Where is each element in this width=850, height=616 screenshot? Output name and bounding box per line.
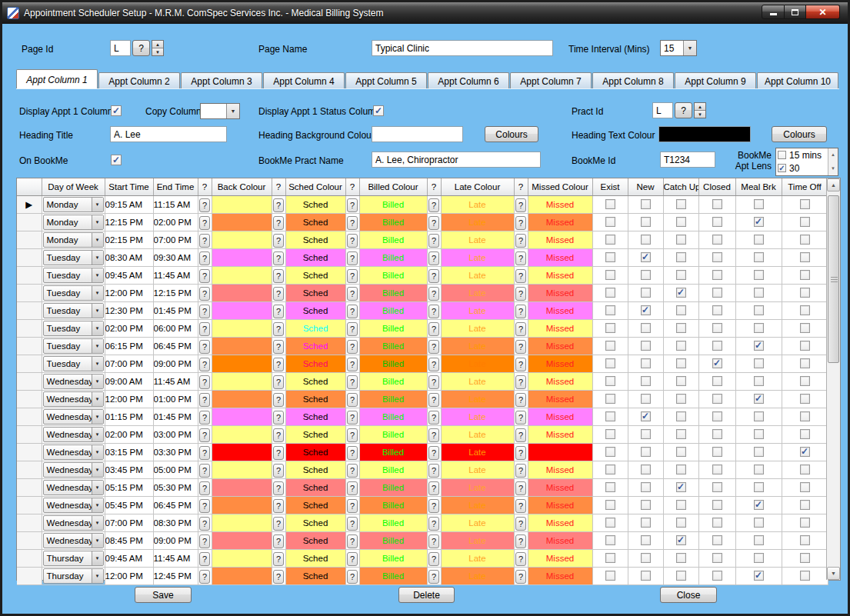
time-off-checkbox[interactable] (800, 394, 810, 404)
colour-help-button[interactable]: ? (515, 570, 526, 584)
exist-checkbox[interactable] (605, 535, 615, 545)
meal-brk-checkbox[interactable] (754, 518, 764, 528)
new-checkbox[interactable] (641, 482, 651, 492)
display-appt-status-checkbox[interactable]: ✓ (373, 105, 384, 116)
time-off-checkbox[interactable]: ✓ (800, 447, 810, 457)
save-button[interactable]: Save (135, 587, 192, 603)
back-colour-cell[interactable] (212, 266, 272, 284)
apt-lens-checkbox[interactable] (778, 151, 786, 159)
sched-colour-cell[interactable]: Sched (285, 372, 345, 390)
row-selector-cell[interactable] (17, 337, 42, 355)
pract-id-input[interactable] (652, 102, 673, 118)
back-colour-cell[interactable] (212, 461, 272, 478)
colour-help-button[interactable]: ? (428, 570, 439, 584)
chevron-down-icon[interactable]: ▼ (92, 392, 103, 406)
colour-help-button[interactable]: ? (515, 534, 526, 548)
late-colour-cell[interactable]: Late (441, 390, 514, 408)
end-time-cell[interactable]: 06:45 PM (153, 337, 198, 355)
column-header-closed[interactable]: Closed (698, 178, 735, 195)
time-off-checkbox[interactable] (800, 553, 810, 563)
bookme-pract-name-input[interactable] (372, 152, 541, 168)
tab-appt-column-8[interactable]: Appt Column 8 (592, 72, 674, 89)
exist-checkbox[interactable] (605, 429, 615, 439)
exist-checkbox[interactable] (605, 217, 615, 227)
heading-bg-colours-button[interactable]: Colours (485, 126, 538, 142)
missed-colour-cell[interactable]: Missed (528, 266, 592, 284)
end-time-cell[interactable]: 12:15 PM (153, 284, 198, 301)
column-header-late-colour[interactable]: Late Colour (441, 178, 514, 195)
sched-colour-cell[interactable]: Sched (285, 425, 345, 443)
back-colour-cell[interactable] (212, 390, 272, 408)
colour-help-button[interactable]: ? (273, 534, 284, 548)
late-colour-cell[interactable]: Late (441, 514, 514, 531)
time-off-checkbox[interactable] (800, 518, 810, 528)
colour-help-button[interactable]: ? (428, 534, 439, 548)
colour-help-button[interactable]: ? (347, 234, 358, 248)
colour-help-button[interactable]: ? (199, 198, 210, 212)
colour-help-button[interactable]: ? (347, 499, 358, 513)
start-time-cell[interactable]: 01:15 PM (105, 408, 153, 425)
colour-help-button[interactable]: ? (199, 287, 210, 301)
catch-up-checkbox[interactable] (676, 376, 686, 386)
time-off-checkbox[interactable] (800, 376, 810, 386)
colour-help-button[interactable]: ? (515, 251, 526, 265)
new-checkbox[interactable] (641, 571, 651, 581)
spin-down-icon[interactable]: ▼ (695, 111, 705, 118)
tab-appt-column-3[interactable]: Appt Column 3 (181, 72, 262, 89)
column-header-billed-colour[interactable]: Billed Colour (359, 178, 427, 195)
time-off-checkbox[interactable] (800, 411, 810, 421)
tab-appt-column-4[interactable]: Appt Column 4 (263, 72, 345, 89)
billed-colour-cell[interactable]: Billed (359, 337, 427, 355)
colour-help-button[interactable]: ? (347, 428, 358, 442)
meal-brk-checkbox[interactable] (754, 358, 764, 368)
day-of-week-cell[interactable]: Monday▼ (42, 231, 105, 248)
sched-colour-cell[interactable]: Sched (285, 478, 345, 496)
start-time-cell[interactable]: 03:45 PM (105, 461, 153, 478)
sched-colour-cell[interactable]: Sched (285, 301, 345, 319)
colour-help-button[interactable]: ? (428, 499, 439, 513)
colour-help-button[interactable]: ? (199, 269, 210, 283)
start-time-cell[interactable]: 09:45 AM (105, 266, 153, 284)
colour-help-button[interactable]: ? (515, 481, 526, 495)
billed-colour-cell[interactable]: Billed (359, 531, 427, 549)
late-colour-cell[interactable]: Late (441, 549, 514, 567)
catch-up-checkbox[interactable] (676, 394, 686, 404)
catch-up-checkbox[interactable]: ✓ (676, 288, 686, 298)
closed-checkbox[interactable] (712, 482, 722, 492)
missed-colour-cell[interactable]: Missed (528, 478, 592, 496)
end-time-cell[interactable]: 06:45 PM (153, 496, 198, 514)
end-time-cell[interactable]: 03:00 PM (153, 425, 198, 443)
exist-checkbox[interactable] (605, 553, 615, 563)
colour-help-button[interactable]: ? (428, 375, 439, 389)
catch-up-checkbox[interactable] (676, 235, 686, 245)
column-header-meal-brk[interactable]: Meal Brk (735, 178, 782, 195)
day-of-week-cell[interactable]: Thursday▼ (42, 549, 105, 567)
colour-help-button[interactable]: ? (273, 269, 284, 283)
catch-up-checkbox[interactable] (676, 252, 686, 262)
grid-vertical-scrollbar[interactable]: ▲ ▼ (826, 178, 840, 580)
colour-help-button[interactable]: ? (428, 287, 439, 301)
billed-colour-cell[interactable]: Billed (359, 319, 427, 337)
row-selector-cell[interactable] (17, 443, 42, 461)
closed-checkbox[interactable] (712, 270, 722, 280)
colour-help-button[interactable]: ? (273, 198, 284, 212)
late-colour-cell[interactable]: Late (441, 531, 514, 549)
billed-colour-cell[interactable]: Billed (359, 390, 427, 408)
start-time-cell[interactable]: 02:00 PM (105, 425, 153, 443)
missed-colour-cell[interactable]: Missed (528, 443, 592, 461)
exist-checkbox[interactable] (605, 518, 615, 528)
colour-help-button[interactable]: ? (515, 428, 526, 442)
colour-help-button[interactable]: ? (515, 499, 526, 513)
colour-help-button[interactable]: ? (428, 216, 439, 230)
end-time-cell[interactable]: 12:45 PM (153, 567, 198, 584)
chevron-down-icon[interactable]: ▼ (92, 481, 103, 494)
end-time-cell[interactable]: 05:00 PM (153, 461, 198, 478)
apt-lens-checkbox[interactable]: ✓ (778, 164, 786, 172)
colour-help-button[interactable]: ? (515, 411, 526, 425)
column-header-missed-colour[interactable]: Missed Colour (528, 178, 592, 195)
colour-help-button[interactable]: ? (428, 411, 439, 425)
back-colour-cell[interactable] (212, 213, 272, 231)
new-checkbox[interactable] (641, 518, 651, 528)
colour-help-button[interactable]: ? (199, 216, 210, 230)
closed-checkbox[interactable] (712, 376, 722, 386)
